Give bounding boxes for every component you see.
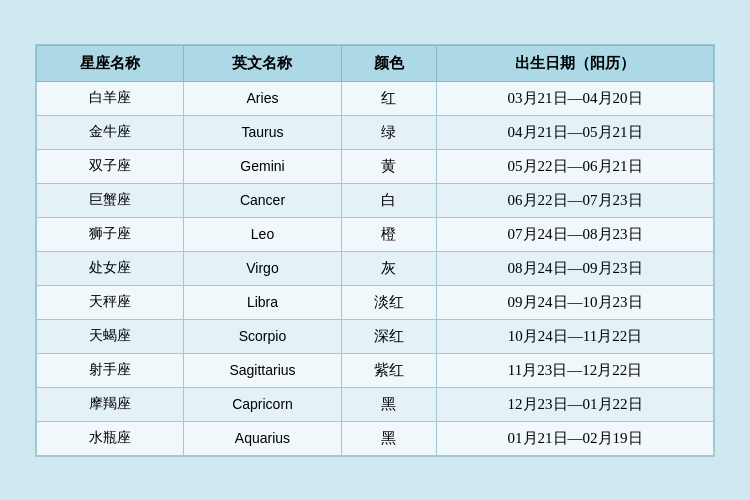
cell-color: 黄 bbox=[341, 149, 436, 183]
cell-chinese-name: 双子座 bbox=[37, 149, 184, 183]
cell-color: 淡红 bbox=[341, 285, 436, 319]
cell-chinese-name: 巨蟹座 bbox=[37, 183, 184, 217]
table-row: 处女座Virgo灰08月24日—09月23日 bbox=[37, 251, 714, 285]
table-row: 水瓶座Aquarius黑01月21日—02月19日 bbox=[37, 421, 714, 455]
cell-english-name: Libra bbox=[184, 285, 342, 319]
cell-dates: 03月21日—04月20日 bbox=[437, 81, 714, 115]
cell-dates: 12月23日—01月22日 bbox=[437, 387, 714, 421]
cell-dates: 11月23日—12月22日 bbox=[437, 353, 714, 387]
table-row: 射手座Sagittarius紫红11月23日—12月22日 bbox=[37, 353, 714, 387]
cell-english-name: Aquarius bbox=[184, 421, 342, 455]
header-dates: 出生日期（阳历） bbox=[437, 45, 714, 81]
cell-chinese-name: 水瓶座 bbox=[37, 421, 184, 455]
table-row: 双子座Gemini黄05月22日—06月21日 bbox=[37, 149, 714, 183]
cell-english-name: Taurus bbox=[184, 115, 342, 149]
table-row: 摩羯座Capricorn黑12月23日—01月22日 bbox=[37, 387, 714, 421]
cell-english-name: Scorpio bbox=[184, 319, 342, 353]
cell-dates: 07月24日—08月23日 bbox=[437, 217, 714, 251]
zodiac-table: 星座名称 英文名称 颜色 出生日期（阳历） 白羊座Aries红03月21日—04… bbox=[36, 45, 714, 456]
table-row: 巨蟹座Cancer白06月22日—07月23日 bbox=[37, 183, 714, 217]
table-row: 天蝎座Scorpio深红10月24日—11月22日 bbox=[37, 319, 714, 353]
cell-color: 红 bbox=[341, 81, 436, 115]
cell-color: 黑 bbox=[341, 421, 436, 455]
cell-dates: 06月22日—07月23日 bbox=[437, 183, 714, 217]
cell-dates: 09月24日—10月23日 bbox=[437, 285, 714, 319]
table-row: 金牛座Taurus绿04月21日—05月21日 bbox=[37, 115, 714, 149]
cell-english-name: Cancer bbox=[184, 183, 342, 217]
cell-color: 紫红 bbox=[341, 353, 436, 387]
cell-english-name: Leo bbox=[184, 217, 342, 251]
cell-chinese-name: 摩羯座 bbox=[37, 387, 184, 421]
table-header-row: 星座名称 英文名称 颜色 出生日期（阳历） bbox=[37, 45, 714, 81]
cell-dates: 04月21日—05月21日 bbox=[437, 115, 714, 149]
cell-chinese-name: 射手座 bbox=[37, 353, 184, 387]
cell-color: 橙 bbox=[341, 217, 436, 251]
cell-dates: 05月22日—06月21日 bbox=[437, 149, 714, 183]
cell-color: 深红 bbox=[341, 319, 436, 353]
cell-dates: 10月24日—11月22日 bbox=[437, 319, 714, 353]
table-row: 天秤座Libra淡红09月24日—10月23日 bbox=[37, 285, 714, 319]
cell-english-name: Virgo bbox=[184, 251, 342, 285]
cell-english-name: Sagittarius bbox=[184, 353, 342, 387]
header-english-name: 英文名称 bbox=[184, 45, 342, 81]
cell-color: 绿 bbox=[341, 115, 436, 149]
cell-chinese-name: 狮子座 bbox=[37, 217, 184, 251]
cell-color: 黑 bbox=[341, 387, 436, 421]
cell-dates: 01月21日—02月19日 bbox=[437, 421, 714, 455]
table-row: 白羊座Aries红03月21日—04月20日 bbox=[37, 81, 714, 115]
cell-dates: 08月24日—09月23日 bbox=[437, 251, 714, 285]
cell-chinese-name: 天秤座 bbox=[37, 285, 184, 319]
zodiac-table-container: 星座名称 英文名称 颜色 出生日期（阳历） 白羊座Aries红03月21日—04… bbox=[35, 44, 715, 457]
cell-color: 灰 bbox=[341, 251, 436, 285]
table-row: 狮子座Leo橙07月24日—08月23日 bbox=[37, 217, 714, 251]
header-chinese-name: 星座名称 bbox=[37, 45, 184, 81]
header-color: 颜色 bbox=[341, 45, 436, 81]
cell-english-name: Gemini bbox=[184, 149, 342, 183]
cell-chinese-name: 天蝎座 bbox=[37, 319, 184, 353]
cell-color: 白 bbox=[341, 183, 436, 217]
cell-english-name: Aries bbox=[184, 81, 342, 115]
cell-chinese-name: 金牛座 bbox=[37, 115, 184, 149]
cell-english-name: Capricorn bbox=[184, 387, 342, 421]
cell-chinese-name: 处女座 bbox=[37, 251, 184, 285]
cell-chinese-name: 白羊座 bbox=[37, 81, 184, 115]
